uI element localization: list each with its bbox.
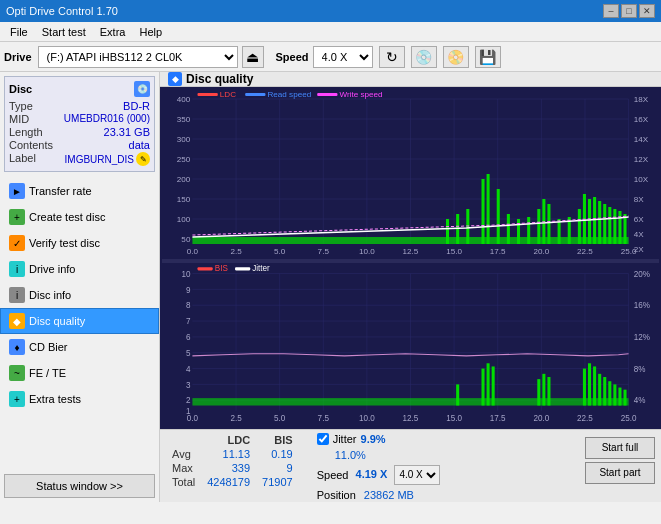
speed-stat-value: 4.19 X: [356, 468, 388, 480]
svg-rect-132: [492, 366, 495, 405]
menu-extra[interactable]: Extra: [94, 25, 132, 39]
speed-stat-select[interactable]: 4.0 X: [394, 465, 440, 485]
avg-label: Avg: [166, 447, 201, 461]
drive-info-label: Drive info: [29, 263, 75, 275]
svg-rect-128: [192, 398, 628, 405]
sidebar-item-verify-test-disc[interactable]: ✓ Verify test disc: [0, 230, 159, 256]
svg-text:400: 400: [177, 95, 191, 104]
start-buttons: Start full Start part: [585, 437, 655, 484]
start-part-button[interactable]: Start part: [585, 462, 655, 484]
svg-rect-135: [547, 377, 550, 406]
svg-text:Jitter: Jitter: [252, 264, 270, 273]
disc-info-label: Disc info: [29, 289, 71, 301]
sidebar-item-cd-bier[interactable]: ♦ CD Bier: [0, 334, 159, 360]
svg-text:350: 350: [177, 115, 191, 124]
svg-text:7: 7: [186, 317, 191, 326]
save-icon-btn[interactable]: 💾: [475, 46, 501, 68]
svg-text:5.0: 5.0: [274, 414, 286, 423]
close-button[interactable]: ✕: [639, 4, 655, 18]
drive-select[interactable]: (F:) ATAPI iHBS112 2 CL0K: [38, 46, 238, 68]
svg-rect-139: [598, 374, 601, 406]
jitter-checkbox[interactable]: [317, 433, 329, 445]
content-area: ◆ Disc quality: [160, 72, 661, 502]
sidebar-item-disc-quality[interactable]: ◆ Disc quality: [0, 308, 159, 334]
svg-text:5: 5: [186, 349, 191, 358]
svg-text:4X: 4X: [634, 230, 645, 239]
drive-label: Drive: [4, 51, 32, 63]
sidebar-item-extra-tests[interactable]: + Extra tests: [0, 386, 159, 412]
menu-file[interactable]: File: [4, 25, 34, 39]
disc2-icon-btn[interactable]: 📀: [443, 46, 469, 68]
svg-text:15.0: 15.0: [446, 414, 462, 423]
drive-toolbar: Drive (F:) ATAPI iHBS112 2 CL0K ⏏ Speed …: [0, 42, 661, 72]
svg-rect-74: [608, 207, 611, 244]
sidebar-item-transfer-rate[interactable]: ► Transfer rate: [0, 178, 159, 204]
svg-rect-144: [624, 390, 627, 406]
jitter-value: 9.9%: [361, 433, 386, 445]
svg-rect-66: [558, 219, 561, 244]
disc-icon-btn[interactable]: 💿: [411, 46, 437, 68]
svg-rect-73: [603, 204, 606, 244]
contents-label: Contents: [9, 139, 53, 151]
svg-text:25.0: 25.0: [621, 247, 637, 256]
svg-rect-59: [497, 189, 500, 244]
content-header: ◆ Disc quality: [160, 72, 661, 87]
svg-text:14X: 14X: [634, 135, 649, 144]
length-value: 23.31 GB: [104, 126, 150, 138]
menu-help[interactable]: Help: [133, 25, 168, 39]
transfer-rate-label: Transfer rate: [29, 185, 92, 197]
svg-text:18X: 18X: [634, 95, 649, 104]
cd-bier-label: CD Bier: [29, 341, 68, 353]
label-label: Label: [9, 152, 36, 166]
svg-text:20%: 20%: [634, 270, 651, 279]
svg-rect-60: [507, 214, 510, 244]
svg-rect-47: [198, 93, 218, 96]
svg-text:17.5: 17.5: [490, 247, 506, 256]
svg-text:22.5: 22.5: [577, 414, 593, 423]
svg-text:7.5: 7.5: [318, 414, 330, 423]
label-edit-icon[interactable]: ✎: [136, 152, 150, 166]
svg-text:22.5: 22.5: [577, 247, 593, 256]
svg-rect-141: [608, 381, 611, 405]
mid-value: UMEBDR016 (000): [64, 113, 150, 125]
svg-rect-68: [578, 209, 581, 244]
svg-rect-63: [537, 209, 540, 244]
svg-rect-61: [517, 219, 520, 244]
jitter-max-value: 11.0%: [335, 449, 366, 461]
svg-rect-65: [547, 204, 550, 244]
menu-starttest[interactable]: Start test: [36, 25, 92, 39]
svg-rect-124: [198, 267, 213, 270]
refresh-button[interactable]: ↻: [379, 46, 405, 68]
svg-rect-142: [613, 384, 616, 405]
disc-panel-icon[interactable]: 💿: [134, 81, 150, 97]
speed-select[interactable]: 4.0 X: [313, 46, 373, 68]
svg-text:6X: 6X: [634, 215, 645, 224]
sidebar-item-drive-info[interactable]: i Drive info: [0, 256, 159, 282]
sidebar-item-fe-te[interactable]: ~ FE / TE: [0, 360, 159, 386]
svg-rect-138: [593, 366, 596, 405]
status-window-button[interactable]: Status window >>: [4, 474, 155, 498]
start-full-button[interactable]: Start full: [585, 437, 655, 459]
eject-button[interactable]: ⏏: [242, 46, 264, 68]
charts-container: 400 350 300 250 200 150 100 50 18X 16X 1…: [160, 87, 661, 429]
total-label: Total: [166, 475, 201, 489]
svg-text:10X: 10X: [634, 175, 649, 184]
disc-quality-header-icon: ◆: [168, 72, 182, 86]
ldc-chart: 400 350 300 250 200 150 100 50 18X 16X 1…: [162, 89, 659, 259]
svg-text:6: 6: [186, 333, 191, 342]
contents-value: data: [129, 139, 150, 151]
label-value: IMGBURN_DIS: [65, 154, 134, 165]
maximize-button[interactable]: □: [621, 4, 637, 18]
svg-text:8: 8: [186, 301, 191, 310]
svg-rect-70: [588, 199, 591, 244]
svg-rect-51: [317, 93, 337, 96]
extra-tests-icon: +: [9, 391, 25, 407]
type-value: BD-R: [123, 100, 150, 112]
sidebar: Disc 💿 Type BD-R MID UMEBDR016 (000) Len…: [0, 72, 160, 502]
svg-text:12%: 12%: [634, 333, 651, 342]
sidebar-item-disc-info[interactable]: i Disc info: [0, 282, 159, 308]
sidebar-item-create-test-disc[interactable]: + Create test disc: [0, 204, 159, 230]
cd-bier-icon: ♦: [9, 339, 25, 355]
minimize-button[interactable]: –: [603, 4, 619, 18]
speed-stat-label: Speed: [317, 468, 349, 480]
